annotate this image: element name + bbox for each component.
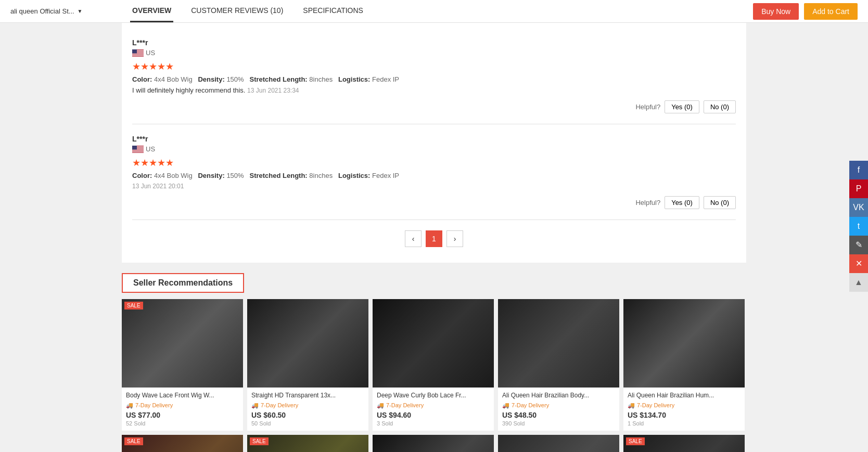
buy-now-button[interactable]: Buy Now xyxy=(753,3,799,20)
product-card-5[interactable]: Ali Queen Hair Brazilian Hum... 🚚 7-Day … xyxy=(623,299,745,431)
pagination: ‹ 1 › xyxy=(132,220,736,252)
logistics-label: Logistics: xyxy=(338,172,370,179)
svg-rect-7 xyxy=(132,49,137,54)
svg-rect-5 xyxy=(132,54,144,55)
product-title-5: Ali Queen Hair Brazilian Hum... xyxy=(628,392,741,400)
tab-specifications[interactable]: SPECIFICATIONS xyxy=(301,0,365,22)
product-image-10: SALE xyxy=(623,435,745,452)
next-page-button[interactable]: › xyxy=(446,230,463,247)
add-to-cart-button[interactable]: Add to Cart xyxy=(804,3,858,20)
product-card-9[interactable]: Product 9 xyxy=(498,435,619,452)
product-price-4: US $48.50 xyxy=(502,411,615,419)
product-card-2[interactable]: Straight HD Transparent 13x... 🚚 7-Day D… xyxy=(247,299,368,431)
product-image-1: SALE xyxy=(122,299,243,388)
product-info-1: Body Wave Lace Front Wig W... 🚚 7-Day De… xyxy=(122,388,243,431)
reviewer-location: US xyxy=(132,145,736,153)
product-sold-1: 52 Sold xyxy=(126,420,239,427)
product-title-1: Body Wave Lace Front Wig W... xyxy=(126,392,239,400)
tab-customer-reviews[interactable]: CUSTOMER REVIEWS (10) xyxy=(189,0,285,22)
product-price-1: US $77.00 xyxy=(126,411,239,419)
svg-rect-14 xyxy=(132,151,144,152)
product-card-6[interactable]: SALE Product 6 xyxy=(122,435,243,452)
stretched-value: 8inches xyxy=(309,172,333,179)
products-grid-row2: SALE Product 6 SALE Clearance Product 7 xyxy=(122,435,746,452)
product-sold-3: 3 Sold xyxy=(377,420,490,427)
density-value: 150% xyxy=(226,75,244,83)
tab-overview[interactable]: OVERVIEW xyxy=(130,0,173,22)
product-title-4: Ali Queen Hair Brazilian Body... xyxy=(502,392,615,400)
product-image-6: SALE xyxy=(122,435,243,452)
scroll-up-button[interactable]: ▲ xyxy=(849,273,868,292)
country-label: US xyxy=(146,49,155,57)
logistics-value: Fedex IP xyxy=(372,172,399,179)
product-info-4: Ali Queen Hair Brazilian Body... 🚚 7-Day… xyxy=(498,388,619,431)
stretched-label: Stretched Length: xyxy=(249,172,307,179)
delivery-icon: 🚚 xyxy=(502,402,509,409)
svg-rect-15 xyxy=(132,146,137,150)
store-selector[interactable]: ali queen Official St... ▼ xyxy=(10,7,114,15)
yes-button[interactable]: Yes (0) xyxy=(665,196,699,209)
review-item: L***r US ★★★★★ Color: 4x4 Bob Wig xyxy=(132,124,736,220)
svg-rect-6 xyxy=(132,55,144,56)
delivery-badge-5: 🚚 7-Day Delivery xyxy=(628,402,741,409)
facebook-button[interactable]: f xyxy=(849,161,868,179)
social-sidebar: f P VK t ✎ ✕ ▲ xyxy=(849,161,868,292)
product-title-3: Deep Wave Curly Bob Lace Fr... xyxy=(377,392,490,400)
product-image-9 xyxy=(498,435,619,452)
sale-badge: SALE xyxy=(124,302,143,309)
edit-button[interactable]: ✎ xyxy=(849,236,868,254)
product-image-4 xyxy=(498,299,619,388)
close-button[interactable]: ✕ xyxy=(849,254,868,273)
prev-page-button[interactable]: ‹ xyxy=(405,230,422,247)
delivery-icon: 🚚 xyxy=(628,402,635,409)
yes-button[interactable]: Yes (0) xyxy=(665,100,699,113)
delivery-badge-4: 🚚 7-Day Delivery xyxy=(502,402,615,409)
product-image-8 xyxy=(373,435,494,452)
product-card-10[interactable]: SALE Product 10 xyxy=(623,435,745,452)
delivery-badge-1: 🚚 7-Day Delivery xyxy=(126,402,239,409)
header: ali queen Official St... ▼ OVERVIEW CUST… xyxy=(0,0,868,23)
product-info-5: Ali Queen Hair Brazilian Hum... 🚚 7-Day … xyxy=(623,388,745,431)
color-value: 4x4 Bob Wig xyxy=(154,172,193,179)
sale-badge: SALE xyxy=(250,437,269,445)
product-card-7[interactable]: SALE Clearance Product 7 xyxy=(247,435,368,452)
stretched-label: Stretched Length: xyxy=(249,75,307,83)
review-item: L***r US ★★★★★ Color: 4x4 Bob Wig xyxy=(132,28,736,124)
density-label: Density: xyxy=(198,172,224,179)
header-actions: Buy Now Add to Cart xyxy=(753,3,858,20)
review-helpful: Helpful? Yes (0) No (0) xyxy=(132,100,736,113)
pinterest-button[interactable]: P xyxy=(849,179,868,198)
product-card-8[interactable]: Product 8 xyxy=(373,435,494,452)
product-sold-4: 390 Sold xyxy=(502,420,615,427)
density-value: 150% xyxy=(226,172,244,179)
delivery-badge-2: 🚚 7-Day Delivery xyxy=(251,402,364,409)
product-card-3[interactable]: Deep Wave Curly Bob Lace Fr... 🚚 7-Day D… xyxy=(373,299,494,431)
helpful-label: Helpful? xyxy=(635,103,660,111)
sale-badge: SALE xyxy=(626,437,645,445)
page-1-button[interactable]: 1 xyxy=(426,230,442,247)
product-card-1[interactable]: SALE Body Wave Lace Front Wig W... 🚚 7-D… xyxy=(122,299,243,431)
store-name: ali queen Official St... xyxy=(10,7,74,15)
vk-button[interactable]: VK xyxy=(849,198,868,217)
color-value: 4x4 Bob Wig xyxy=(154,75,193,83)
delivery-icon: 🚚 xyxy=(377,402,384,409)
helpful-label: Helpful? xyxy=(635,199,660,206)
product-sold-2: 50 Sold xyxy=(251,420,364,427)
product-info-2: Straight HD Transparent 13x... 🚚 7-Day D… xyxy=(247,388,368,431)
recommendations-section: Seller Recommendations SALE Body Wave La… xyxy=(122,273,746,452)
star-rating: ★★★★★ xyxy=(132,61,736,72)
us-flag-icon xyxy=(132,146,144,153)
recommendations-header: Seller Recommendations xyxy=(122,273,244,293)
reviewer-location: US xyxy=(132,49,736,57)
no-button[interactable]: No (0) xyxy=(704,100,736,113)
delivery-icon: 🚚 xyxy=(251,402,259,409)
twitter-button[interactable]: t xyxy=(849,217,868,236)
review-text: I will definitely highly recommend this.… xyxy=(132,86,736,94)
color-label: Color: xyxy=(132,172,152,179)
sale-badge: SALE xyxy=(124,437,143,445)
product-image-2 xyxy=(247,299,368,388)
products-grid-row1: SALE Body Wave Lace Front Wig W... 🚚 7-D… xyxy=(122,299,746,431)
no-button[interactable]: No (0) xyxy=(704,196,736,209)
us-flag-icon xyxy=(132,49,144,57)
product-card-4[interactable]: Ali Queen Hair Brazilian Body... 🚚 7-Day… xyxy=(498,299,619,431)
